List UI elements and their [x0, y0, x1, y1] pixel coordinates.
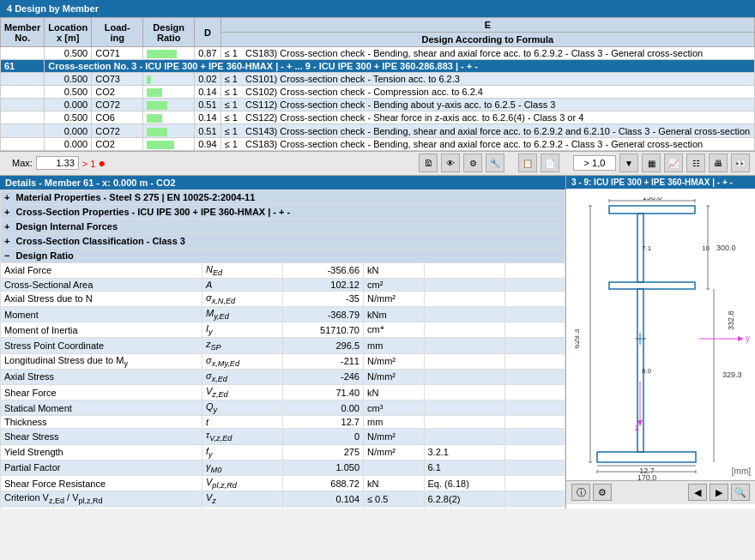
prop-row-thickness: Thickness t 12.7 mm: [1, 416, 565, 429]
filter-input[interactable]: [573, 155, 616, 171]
prop-name: Partial Factor: [1, 460, 202, 475]
section-label: + Material Properties - Steel S 275 | EN…: [1, 190, 565, 204]
prop-unit: N/mm²: [364, 444, 425, 460]
cell-ratio-val: 0.51: [195, 99, 220, 111]
cell-location: 0.000: [45, 137, 92, 150]
tool-icon[interactable]: 🔧: [486, 154, 504, 172]
header-member-no: MemberNo.: [1, 18, 45, 47]
cell-member: [1, 86, 45, 99]
svg-rect-4: [597, 452, 696, 462]
prop-extra: [504, 353, 565, 369]
prop-row-resistance: Resistance σx,Rd 262 N/mm² Eq. (6.45): [1, 507, 565, 509]
export-icon[interactable]: 🖻: [419, 154, 438, 172]
header-formula: Design According to Formula: [220, 33, 754, 47]
max-indicator: > 1 ●: [82, 156, 106, 170]
cs-header-text: 3 - 9: ICU IPE 300 + IPE 360-HMAX | - + …: [571, 178, 733, 187]
prop-unit: N/mm²: [364, 507, 425, 509]
cell-ratio-val: 0.14: [195, 86, 220, 99]
prop-name: Criterion Vz,Ed / Vpl,z,Rd: [1, 491, 202, 507]
cs-header: 3 - 9: ICU IPE 300 + IPE 360-HMAX | - + …: [566, 176, 755, 189]
cell-location: 0.500: [45, 73, 92, 86]
prop-unit: mm: [364, 416, 425, 429]
toolbar: Max: 1.33 > 1 ● 🖻 👁 ⚙ 🔧 📋 📄 ▼ ▦ 📈 ☷ 🖶 👀: [0, 152, 755, 176]
prop-name: Statical Moment: [1, 400, 202, 416]
prop-name: Cross-Sectional Area: [1, 278, 202, 291]
prop-name: Longitudinal Stress due to My: [1, 353, 202, 369]
prop-value: 275: [283, 444, 364, 460]
prop-row-axial-force: Axial Force NEd -356.66 kN: [1, 262, 565, 278]
table-row: 0.500 CO71 0.87 ≤ 1 CS183) Cross-section…: [1, 47, 755, 60]
prop-ref: Eq. (6.45): [424, 507, 504, 509]
header-e: E: [220, 18, 754, 33]
filter2-icon[interactable]: ▦: [642, 154, 661, 172]
print-icon[interactable]: 🖶: [709, 154, 728, 172]
prop-symbol: Iy: [202, 322, 283, 338]
table-row: 0.000 CO2 0.94 ≤ 1 CS183) Cross-section …: [1, 137, 755, 150]
prop-symbol: Vz: [202, 491, 283, 507]
prop-extra: [504, 307, 565, 322]
prop-extra: [504, 400, 565, 416]
svg-text:300.0: 300.0: [716, 244, 736, 252]
section-design-ratio: − Design Ratio: [1, 248, 565, 262]
prop-symbol: zSP: [202, 338, 283, 353]
copy2-icon[interactable]: 📄: [541, 154, 559, 172]
cell-loading: CO73: [92, 73, 143, 86]
main-table-section: MemberNo. Locationx [m] Load-ing DesignR…: [0, 17, 755, 152]
prop-row-area: Cross-Sectional Area A 102.12 cm²: [1, 278, 565, 291]
prop-extra: [504, 384, 565, 400]
prop-row-yield: Yield Strength fy 275 N/mm² 3.2.1: [1, 444, 565, 460]
prop-extra: [504, 507, 565, 509]
prop-ref: [424, 416, 504, 429]
copy-icon[interactable]: 📋: [518, 154, 537, 172]
prop-ref: 6.2.8(2): [424, 491, 504, 507]
prev-button[interactable]: ◀: [688, 484, 707, 501]
cell-ratio-bar: [143, 137, 195, 150]
prop-name: Axial Force: [1, 262, 202, 278]
section-material: + Material Properties - Steel S 275 | EN…: [1, 190, 565, 204]
header-design-ratio: DesignRatio: [143, 18, 195, 47]
cell-ratio-bar: [143, 73, 195, 86]
prop-unit: cm²: [364, 278, 425, 291]
prop-value: 12.7: [283, 416, 364, 429]
cell-ratio-bar: [143, 99, 195, 111]
section-label: − Design Ratio: [1, 248, 565, 262]
svg-rect-0: [609, 206, 695, 214]
table-row: 0.000 CO72 0.51 ≤ 1 CS143) Cross-section…: [1, 124, 755, 137]
prop-unit: N/mm²: [364, 369, 425, 384]
cell-loading: CO2: [92, 137, 143, 150]
svg-text:170.0: 170.0: [637, 473, 657, 480]
svg-text:7.1: 7.1: [642, 244, 652, 252]
next-button[interactable]: ▶: [710, 484, 728, 501]
settings2-button[interactable]: ⚙: [593, 484, 612, 501]
cell-member: [1, 111, 45, 124]
prop-symbol: A: [202, 278, 283, 291]
view-icon[interactable]: 👁: [441, 154, 460, 172]
eye-icon[interactable]: 👀: [731, 154, 750, 172]
details-table: + Material Properties - Steel S 275 | EN…: [0, 190, 565, 509]
prop-value: 1.050: [283, 460, 364, 475]
prop-unit: N/mm²: [364, 353, 425, 369]
header-d: D: [195, 18, 220, 47]
info-button[interactable]: ⓘ: [571, 484, 590, 501]
zoom-button[interactable]: 🔍: [731, 484, 750, 501]
section-classification: + Cross-Section Classification - Class 3: [1, 233, 565, 248]
cs-bottom-toolbar: ⓘ ⚙ ◀ ▶ 🔍: [566, 480, 755, 504]
prop-value: 102.12: [283, 278, 364, 291]
table-icon[interactable]: ☷: [686, 154, 705, 172]
settings-icon[interactable]: ⚙: [463, 154, 482, 172]
prop-ref: [424, 278, 504, 291]
cell-member: [1, 124, 45, 137]
prop-unit: [364, 460, 425, 475]
table-row: 0.500 CO2 0.14 ≤ 1 CS102) Cross-section …: [1, 86, 755, 99]
prop-value: 0.00: [283, 400, 364, 416]
cell-ratio-val: 0.14: [195, 111, 220, 124]
prop-row-inertia: Moment of Inertia Iy 51710.70 cm⁴: [1, 322, 565, 338]
prop-name: Axial Stress due to N: [1, 291, 202, 306]
prop-value: -356.66: [283, 262, 364, 278]
unit-label: [mm]: [732, 467, 751, 476]
cell-formula: ≤ 1 CS102) Cross-section check - Compres…: [220, 86, 754, 99]
prop-unit: kNm: [364, 307, 425, 322]
graph-icon[interactable]: 📈: [664, 154, 683, 172]
prop-name: Stress Point Coordinate: [1, 338, 202, 353]
filter-icon[interactable]: ▼: [619, 154, 638, 172]
